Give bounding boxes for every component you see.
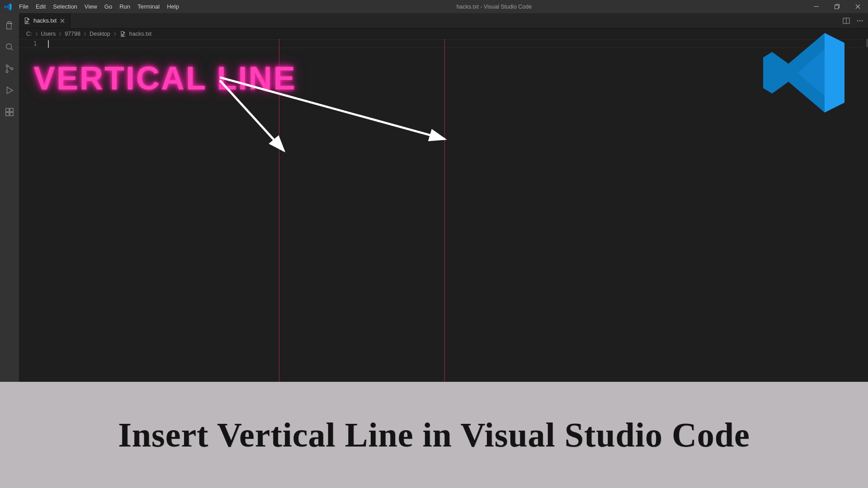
line-number-gutter: 1 <box>19 39 43 382</box>
breadcrumb-part[interactable]: 97798 <box>65 31 80 37</box>
activity-bar <box>0 13 19 382</box>
breadcrumbs[interactable]: C: Users 97798 Desktop hacks.txt <box>19 28 868 39</box>
tab-label: hacks.txt <box>33 17 57 24</box>
tab-hacks-txt[interactable]: hacks.txt <box>19 13 71 28</box>
svg-point-3 <box>6 44 12 49</box>
chevron-right-icon <box>57 32 63 36</box>
svg-rect-8 <box>6 113 9 116</box>
workbench: hacks.txt C: Users <box>0 13 868 382</box>
editor-area: hacks.txt C: Users <box>19 13 868 382</box>
menu-go[interactable]: Go <box>101 0 116 13</box>
menu-run[interactable]: Run <box>116 0 134 13</box>
svg-rect-2 <box>835 5 838 9</box>
tabs-spacer <box>71 13 838 28</box>
editor-ruler-1 <box>279 39 279 382</box>
chevron-right-icon <box>34 32 39 36</box>
chevron-right-icon <box>112 32 118 36</box>
svg-point-4 <box>6 65 8 66</box>
close-button[interactable] <box>847 0 868 13</box>
menu-edit[interactable]: Edit <box>32 0 49 13</box>
explorer-icon[interactable] <box>0 18 19 33</box>
window-title: hacks.txt - Visual Studio Code <box>183 4 806 10</box>
menu-help[interactable]: Help <box>163 0 183 13</box>
caption-text: Insert Vertical Line in Visual Studio Co… <box>118 415 750 455</box>
editor-ruler-2 <box>444 39 445 382</box>
text-cursor <box>48 40 49 48</box>
menu-file[interactable]: File <box>15 0 32 13</box>
svg-rect-9 <box>10 113 13 116</box>
svg-rect-0 <box>814 6 819 7</box>
line-number: 1 <box>19 40 43 48</box>
breadcrumb-file[interactable]: hacks.txt <box>129 31 151 37</box>
menu-terminal[interactable]: Terminal <box>134 0 163 13</box>
breadcrumb-part[interactable]: Users <box>41 31 56 37</box>
search-icon[interactable] <box>0 39 19 55</box>
menu-view[interactable]: View <box>81 0 101 13</box>
breadcrumb-part[interactable]: C: <box>26 31 32 37</box>
run-debug-icon[interactable] <box>0 83 19 98</box>
menu-selection[interactable]: Selection <box>49 0 80 13</box>
svg-rect-7 <box>6 108 9 112</box>
editor-actions <box>838 13 868 28</box>
tab-bar: hacks.txt <box>19 13 868 28</box>
svg-point-12 <box>857 20 859 21</box>
svg-rect-10 <box>10 108 13 112</box>
source-control-icon[interactable] <box>0 61 19 76</box>
svg-point-13 <box>859 20 861 21</box>
split-editor-icon[interactable] <box>842 16 851 25</box>
text-file-icon <box>24 17 31 24</box>
svg-point-5 <box>6 70 8 72</box>
minimize-button[interactable] <box>806 0 826 13</box>
maximize-button[interactable] <box>826 0 847 13</box>
window-controls <box>806 0 868 13</box>
title-bar: File Edit Selection View Go Run Terminal… <box>0 0 868 13</box>
extensions-icon[interactable] <box>0 104 19 120</box>
text-file-icon <box>119 30 127 38</box>
vscode-app-icon <box>3 3 14 11</box>
editor-body[interactable]: 1 <box>19 39 868 382</box>
chevron-right-icon <box>82 32 88 36</box>
minimap-thumb[interactable] <box>866 39 868 47</box>
caption-band: Insert Vertical Line in Visual Studio Co… <box>0 382 868 488</box>
svg-point-6 <box>11 68 13 70</box>
menubar: File Edit Selection View Go Run Terminal… <box>15 0 183 13</box>
more-actions-icon[interactable] <box>855 16 864 25</box>
tab-close-icon[interactable] <box>59 18 66 24</box>
breadcrumb-part[interactable]: Desktop <box>90 31 110 37</box>
editor-text[interactable] <box>48 40 863 48</box>
svg-point-14 <box>862 20 863 21</box>
